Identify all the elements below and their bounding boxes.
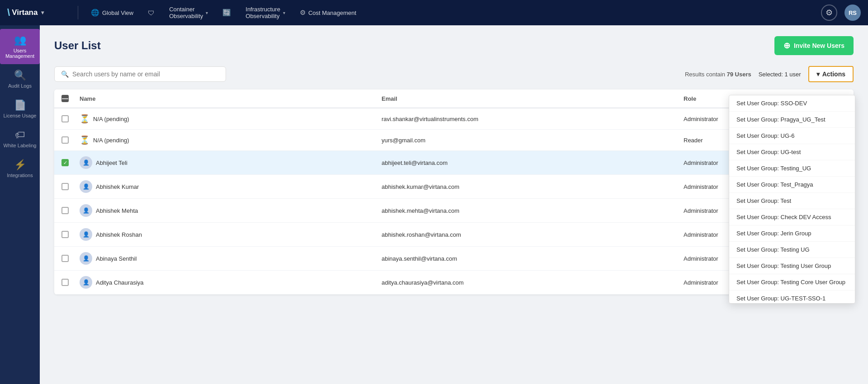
name-column-header: Name — [80, 95, 382, 102]
user-name-3: Abhijeet Teli — [96, 159, 127, 166]
email-4: abhishek.kumar@virtana.com — [382, 183, 684, 190]
user-cell-7: 👤 Abinaya Senthil — [80, 252, 382, 265]
email-8: aditya.chaurasiya@virtana.com — [382, 279, 684, 286]
settings-button[interactable]: ⚙ — [821, 5, 837, 21]
nav-global-view-label: Global View — [102, 9, 133, 16]
dropdown-item-pragya-ug-test[interactable]: Set User Group: Pragya_UG_Test — [729, 112, 855, 128]
nav-shield[interactable]: 🛡 — [142, 6, 160, 19]
email-3: abhijeet.teli@virtana.com — [382, 159, 684, 166]
selected-info: Selected: 1 user — [759, 71, 801, 78]
top-navigation: \ Virtana ▾ 🌐 Global View 🛡 ContainerObs… — [0, 0, 868, 25]
nav-global-view[interactable]: 🌐 Global View — [85, 6, 139, 19]
dropdown-item-jerin-group[interactable]: Set User Group: Jerin Group — [729, 225, 855, 242]
pending-icon: ⏳ — [80, 114, 90, 124]
actions-dropdown-menu: Set User Group: SSO-DEV Set User Group: … — [729, 95, 855, 304]
dropdown-item-test[interactable]: Set User Group: Test — [729, 193, 855, 209]
shield-icon: 🛡 — [148, 9, 155, 17]
invite-new-users-button[interactable]: ⊕ Invite New Users — [774, 36, 854, 55]
dropdown-item-sso-dev[interactable]: Set User Group: SSO-DEV — [729, 95, 855, 112]
row-checkbox-7[interactable] — [61, 255, 80, 262]
avatar: 👤 — [80, 252, 92, 265]
email-2: yurs@gmail.com — [382, 137, 684, 144]
users-icon: 👥 — [14, 34, 26, 46]
dropdown-item-testing-ug2[interactable]: Set User Group: Testing UG — [729, 242, 855, 258]
user-cell-2: ⏳ N/A (pending) — [80, 135, 382, 145]
nav-container-obs-label: ContainerObservability — [169, 6, 203, 19]
nav-divider — [78, 6, 78, 19]
user-cell-3: 👤 Abhijeet Teli — [80, 156, 382, 169]
search-input[interactable] — [72, 70, 219, 78]
sidebar-item-integrations[interactable]: ⚡ Integrations — [0, 154, 40, 183]
dropdown-item-test-pragya[interactable]: Set User Group: Test_Pragya — [729, 177, 855, 193]
dropdown-item-ug-6[interactable]: Set User Group: UG-6 — [729, 128, 855, 144]
sidebar-item-white-labeling[interactable]: 🏷 White Labeling — [0, 124, 40, 154]
cost-mgmt-icon: ⚙ — [300, 9, 306, 17]
user-name-7: Abinaya Senthil — [96, 255, 137, 262]
dropdown-scroll[interactable]: Set User Group: SSO-DEV Set User Group: … — [729, 95, 855, 303]
row-checkbox-2[interactable] — [61, 136, 80, 144]
brand-name: Virtana — [12, 8, 38, 17]
nav-refresh-icon[interactable]: 🔄 — [217, 6, 236, 19]
dropdown-item-check-dev[interactable]: Set User Group: Check DEV Access — [729, 209, 855, 225]
nav-cost-mgmt[interactable]: ⚙ Cost Management — [294, 6, 362, 19]
sidebar-item-audit-label: Audit Logs — [8, 83, 32, 89]
main-content: User List ⊕ Invite New Users 🔍 Results c… — [40, 25, 868, 384]
user-cell-5: 👤 Abhishek Mehta — [80, 204, 382, 217]
nav-infra-obs[interactable]: InfrastructureObservability ▾ — [240, 3, 291, 22]
dropdown-item-testing-ug[interactable]: Set User Group: Testing_UG — [729, 160, 855, 177]
indeterminate-checkbox[interactable]: — — [61, 95, 69, 102]
row-checkbox-4[interactable] — [61, 183, 80, 190]
actions-label: Actions — [822, 70, 845, 78]
search-icon: 🔍 — [61, 70, 69, 78]
select-all-checkbox[interactable]: — — [61, 95, 80, 102]
nav-infra-obs-label: InfrastructureObservability — [245, 6, 280, 19]
email-column-header: Email — [382, 95, 684, 102]
user-name-1: N/A (pending) — [93, 116, 129, 122]
toolbar: 🔍 Results contain 79 Users Selected: 1 u… — [54, 66, 854, 82]
user-name-2: N/A (pending) — [93, 137, 129, 144]
actions-button[interactable]: ▾ Actions — [808, 66, 854, 82]
user-cell-6: 👤 Abhishek Roshan — [80, 228, 382, 241]
dropdown-item-ug-test[interactable]: Set User Group: UG-test — [729, 144, 855, 160]
user-cell-8: 👤 Aditya Chaurasiya — [80, 276, 382, 289]
sidebar-item-license-label: License Usage — [4, 113, 37, 118]
results-info: Results contain 79 Users — [685, 71, 751, 78]
row-checkbox-8[interactable] — [61, 279, 80, 286]
row-checkbox-1[interactable] — [61, 115, 80, 122]
dropdown-item-testing-user-group[interactable]: Set User Group: Testing User Group — [729, 258, 855, 274]
nav-container-obs[interactable]: ContainerObservability ▾ — [164, 3, 213, 22]
sidebar-item-users-management[interactable]: 👥 Users Management — [0, 29, 40, 64]
page-header: User List ⊕ Invite New Users — [54, 36, 854, 55]
search-box[interactable]: 🔍 — [54, 66, 226, 82]
avatar: 👤 — [80, 228, 92, 241]
user-cell-4: 👤 Abhishek Kumar — [80, 180, 382, 193]
logo[interactable]: \ Virtana ▾ — [7, 7, 71, 19]
refresh-icon: 🔄 — [222, 9, 231, 17]
email-6: abhishek.roshan@virtana.com — [382, 231, 684, 238]
dropdown-item-ug-test-sso-1[interactable]: Set User Group: UG-TEST-SSO-1 — [729, 290, 855, 303]
sidebar-item-integrations-label: Integrations — [7, 173, 33, 178]
dropdown-item-testing-core-user-group[interactable]: Set User Group: Testing Core User Group — [729, 274, 855, 290]
audit-logs-icon: 🔍 — [14, 70, 26, 81]
page-title: User List — [54, 39, 101, 52]
sidebar: 👥 Users Management 🔍 Audit Logs 📄 Licens… — [0, 25, 40, 384]
avatar: 👤 — [80, 180, 92, 193]
license-icon: 📄 — [14, 99, 26, 111]
user-name-4: Abhishek Kumar — [96, 183, 139, 190]
container-obs-arrow: ▾ — [206, 10, 208, 15]
sidebar-item-audit-logs[interactable]: 🔍 Audit Logs — [0, 64, 40, 94]
user-avatar[interactable]: RS — [844, 5, 861, 21]
globe-icon: 🌐 — [91, 9, 99, 17]
infra-obs-arrow: ▾ — [283, 10, 285, 15]
brand-dropdown-icon[interactable]: ▾ — [41, 9, 44, 16]
email-1: ravi.shankar@virtualinstruments.com — [382, 116, 684, 122]
white-label-icon: 🏷 — [15, 129, 25, 141]
avatar: 👤 — [80, 156, 92, 169]
row-checkbox-6[interactable] — [61, 231, 80, 238]
nav-cost-mgmt-label: Cost Management — [308, 9, 356, 16]
row-checkbox-3[interactable]: ✓ — [61, 159, 80, 166]
sidebar-item-license-usage[interactable]: 📄 License Usage — [0, 94, 40, 124]
row-checkbox-5[interactable] — [61, 207, 80, 214]
user-name-8: Aditya Chaurasiya — [96, 279, 144, 286]
logo-icon: \ — [7, 7, 10, 19]
